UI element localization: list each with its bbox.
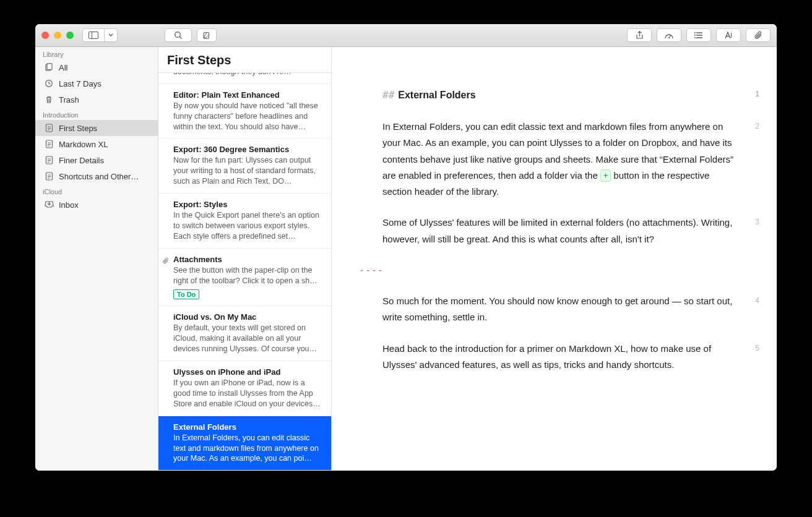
sheet-preview: If you own an iPhone or iPad, now is a g…: [173, 378, 322, 409]
type-icon: [724, 32, 733, 39]
share-icon: [636, 31, 644, 40]
sheet-title: External Folders: [173, 422, 322, 432]
sheet-item[interactable]: External FoldersIn External Folders, you…: [158, 416, 331, 471]
inbox-icon: [44, 201, 54, 209]
search-icon: [174, 31, 183, 40]
svg-line-3: [179, 36, 181, 38]
paperclip-icon: [162, 255, 169, 267]
svg-rect-0: [89, 32, 98, 39]
traffic-lights: [41, 32, 74, 39]
sheet-preview: By now you should have noticed "all thes…: [173, 101, 322, 132]
para-number: 3: [755, 216, 759, 229]
sidebar-item-label: Shortcuts and Other…: [59, 172, 139, 181]
paperclip-icon: [754, 31, 762, 40]
svg-point-2: [175, 32, 181, 38]
sheet-title: Ulysses on iPhone and iPad: [173, 367, 322, 377]
editor-divider: ----: [359, 262, 733, 278]
svg-point-12: [694, 37, 696, 38]
sheet-item[interactable]: iCloud vs. On My MacBy default, your tex…: [158, 306, 331, 361]
sidebar-item-label: Inbox: [59, 200, 79, 210]
editor-paragraph: So much for the moment. You should now k…: [365, 293, 733, 326]
app-window: LibraryAllLast 7 DaysTrashIntroductionFi…: [35, 24, 777, 471]
main-body: LibraryAllLast 7 DaysTrashIntroductionFi…: [35, 47, 777, 471]
compose-icon: [203, 31, 210, 40]
sheet-item[interactable]: Sheets are somewhat equivalent to classi…: [158, 73, 331, 84]
sidebar-item[interactable]: Trash: [35, 92, 158, 108]
sheet-preview: Now for the fun part: Ulysses can output…: [173, 155, 322, 187]
typography-button[interactable]: [716, 28, 741, 42]
sheet-list-header: First Steps: [158, 47, 331, 73]
plus-key: +: [600, 169, 611, 182]
sheet-item[interactable]: Ulysses on iPhone and iPadIf you own an …: [158, 361, 331, 416]
editor-heading: ##External Folders 1: [365, 87, 733, 104]
editor[interactable]: ##External Folders 1 In External Folders…: [332, 47, 777, 471]
list-icon: [694, 32, 703, 39]
sheet-item[interactable]: AttachmentsSee the button with the paper…: [158, 249, 331, 307]
titlebar: [35, 24, 777, 47]
sheet-title: Export: 360 Degree Semantics: [173, 145, 322, 154]
sidebar-item-label: All: [59, 63, 67, 72]
goal-button[interactable]: [657, 28, 681, 42]
sidebar-item-label: First Steps: [59, 124, 97, 133]
sheet-title: Export: Styles: [173, 200, 322, 209]
minimize-window[interactable]: [54, 32, 61, 39]
sidebar-item-label: Finer Details: [59, 156, 104, 165]
sheet-item[interactable]: Editor: Plain Text EnhancedBy now you sh…: [158, 84, 331, 139]
sheet-title: iCloud vs. On My Mac: [173, 312, 322, 322]
gauge-icon: [664, 32, 674, 39]
sheet-preview: In External Folders, you can edit classi…: [173, 433, 322, 464]
para-number: 4: [755, 294, 759, 307]
share-button[interactable]: [627, 28, 652, 42]
library-sidebar[interactable]: LibraryAllLast 7 DaysTrashIntroductionFi…: [35, 47, 158, 471]
sidebar-item[interactable]: Markdown XL: [35, 136, 158, 152]
sidebar-item[interactable]: Last 7 Days: [35, 75, 158, 92]
sheet-item[interactable]: Export: 360 Degree SemanticsNow for the …: [158, 139, 331, 194]
view-mode-segmented[interactable]: [82, 28, 118, 42]
sheet-title: Editor: Plain Text Enhanced: [173, 90, 322, 100]
sidebar-item-label: Last 7 Days: [59, 79, 102, 88]
stack-icon: [44, 63, 54, 72]
trash-icon: [44, 95, 54, 104]
search-button[interactable]: [165, 28, 192, 42]
para-number: 5: [755, 342, 759, 355]
sidebar-section-header: Introduction: [35, 108, 158, 120]
sidebar-item[interactable]: Finer Details: [35, 152, 158, 168]
sidebar-item-label: Markdown XL: [59, 140, 108, 149]
sheet-list: First Steps Sheets are somewhat equivale…: [158, 47, 332, 471]
sidebar-section-header: iCloud: [35, 184, 158, 197]
sheet-list-scroll[interactable]: Sheets are somewhat equivalent to classi…: [158, 73, 331, 471]
sheet-preview: In the Quick Export panel there's an opt…: [173, 210, 322, 242]
sidebar-item[interactable]: Inbox: [35, 197, 158, 213]
para-number: 2: [755, 120, 759, 133]
sheet-tag: To Do: [173, 289, 199, 299]
sidebar-item[interactable]: Shortcuts and Other…: [35, 168, 158, 184]
sheet-icon: [44, 140, 54, 148]
clock-icon: [44, 79, 54, 88]
sidebar-item-label: Trash: [59, 95, 79, 105]
sheet-icon: [44, 156, 54, 164]
sidebar-section-header: Library: [35, 47, 158, 59]
para-number: 1: [755, 88, 759, 101]
sheet-preview: See the button with the paper-clip on th…: [173, 265, 322, 286]
sheet-preview: Sheets are somewhat equivalent to classi…: [173, 73, 322, 77]
attachments-button[interactable]: [746, 28, 771, 42]
close-window[interactable]: [41, 32, 49, 39]
panes-icon[interactable]: [82, 28, 105, 42]
heading-text: External Folders: [398, 90, 475, 100]
sheet-preview: By default, your texts will get stored o…: [173, 323, 322, 354]
editor-paragraph: In External Folders, you can edit classi…: [365, 119, 733, 200]
editor-paragraph: Some of Ulysses' features will be limite…: [365, 215, 733, 247]
svg-point-10: [694, 32, 696, 33]
sheet-icon: [44, 172, 54, 181]
sheet-icon: [44, 124, 54, 132]
sidebar-item[interactable]: All: [35, 59, 158, 75]
editor-paragraph: Head back to the introduction for a prim…: [365, 341, 733, 374]
compose-button[interactable]: [197, 28, 217, 42]
outline-button[interactable]: [686, 28, 711, 42]
sheet-item[interactable]: Export: StylesIn the Quick Export panel …: [158, 194, 331, 249]
chevron-down-icon[interactable]: [105, 28, 118, 42]
zoom-window[interactable]: [66, 32, 74, 39]
sidebar-item[interactable]: First Steps: [35, 120, 158, 136]
svg-line-6: [669, 35, 671, 38]
svg-rect-15: [47, 64, 52, 70]
